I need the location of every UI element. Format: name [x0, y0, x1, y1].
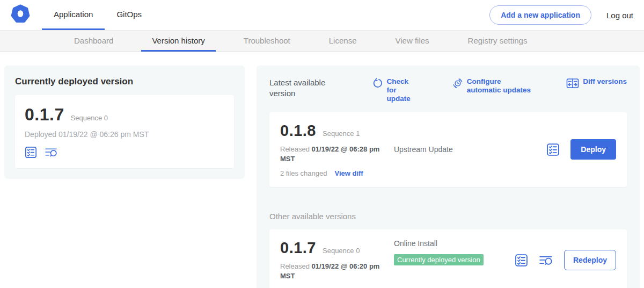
view-logs-icon[interactable]	[539, 254, 553, 267]
other-released-timestamp: Released 01/19/22 @ 06:20 pm MST	[280, 262, 385, 281]
released-label: Released	[280, 262, 310, 270]
latest-version-info: 0.1.8 Sequence 1 Released 01/19/22 @ 06:…	[280, 122, 394, 177]
deployed-timestamp: Deployed 01/19/22 @ 06:26 pm MST	[25, 130, 224, 139]
tab-troubleshoot[interactable]: Troubleshoot	[233, 31, 301, 52]
other-version-number: 0.1.7	[280, 239, 316, 257]
tab-registry-settings[interactable]: Registry settings	[457, 31, 538, 52]
logout-button[interactable]: Log out	[606, 11, 633, 20]
latest-version-card: 0.1.8 Sequence 1 Released 01/19/22 @ 06:…	[269, 112, 627, 187]
check-for-update-label: Check for update	[386, 77, 419, 104]
topnav-tabs: Application GitOps	[42, 0, 153, 30]
upstream-update-label: Upstream Update	[394, 145, 546, 154]
files-changed-count: 2 files changed	[280, 169, 327, 177]
currently-deployed-badge: Currently deployed version	[394, 254, 484, 265]
latest-version-number: 0.1.8	[280, 122, 316, 140]
latest-version-source: Upstream Update	[394, 145, 546, 154]
redeploy-button[interactable]: Redeploy	[564, 250, 616, 270]
currently-deployed-badge-wrap: Currently deployed version	[394, 253, 484, 267]
topnav-tab-gitops[interactable]: GitOps	[105, 0, 153, 30]
main-content: Currently deployed version 0.1.7 Sequenc…	[0, 52, 644, 288]
schedule-update-icon	[452, 77, 463, 91]
other-version-info: 0.1.7 Sequence 0 Released 01/19/22 @ 06:…	[280, 239, 394, 281]
app-logo[interactable]	[11, 0, 30, 30]
other-version-source: Online Install Currently deployed versio…	[394, 239, 515, 281]
view-diff-link[interactable]: View diff	[334, 169, 363, 177]
deployed-version-number: 0.1.7	[25, 105, 64, 125]
tab-dashboard[interactable]: Dashboard	[63, 31, 124, 52]
preflight-checks-icon[interactable]	[515, 254, 528, 267]
latest-sequence: Sequence 1	[323, 129, 360, 138]
preflight-checks-icon[interactable]	[25, 146, 37, 159]
tab-view-files[interactable]: View files	[384, 31, 440, 52]
configure-automatic-updates-label: Configure automatic updates	[467, 77, 533, 95]
refresh-icon	[372, 77, 383, 90]
topnav-right: Add a new application Log out	[489, 0, 633, 30]
view-logs-icon[interactable]	[45, 146, 58, 159]
latest-version-actions: Deploy	[546, 139, 616, 160]
online-install-label: Online Install	[394, 239, 515, 248]
heptagon-logo-icon	[11, 4, 30, 26]
available-header: Latest available version Check for updat…	[269, 77, 627, 104]
preflight-checks-icon[interactable]	[546, 143, 560, 156]
deployed-version-line: 0.1.7 Sequence 0	[25, 105, 224, 125]
configure-automatic-updates-button[interactable]: Configure automatic updates	[452, 77, 533, 95]
deploy-button[interactable]: Deploy	[570, 139, 616, 160]
other-sequence: Sequence 0	[323, 247, 360, 255]
currently-deployed-panel: Currently deployed version 0.1.7 Sequenc…	[4, 66, 245, 179]
diff-versions-label: Diff versions	[583, 77, 627, 86]
top-nav: Application GitOps Add a new application…	[0, 0, 644, 31]
files-changed-line: 2 files changed View diff	[280, 169, 394, 177]
latest-available-title: Latest available version	[269, 77, 339, 98]
diff-versions-button[interactable]: Diff versions	[566, 77, 627, 91]
tab-license[interactable]: License	[318, 31, 368, 52]
deployed-sequence: Sequence 0	[71, 114, 108, 122]
released-label: Released	[280, 145, 310, 153]
check-for-update-button[interactable]: Check for update	[372, 77, 419, 104]
other-available-versions-title: Other available versions	[269, 212, 627, 221]
deployed-version-card: 0.1.7 Sequence 0 Deployed 01/19/22 @ 06:…	[15, 95, 234, 168]
available-versions-panel: Latest available version Check for updat…	[257, 66, 640, 288]
other-version-card: 0.1.7 Sequence 0 Released 01/19/22 @ 06:…	[269, 229, 627, 288]
app-sub-nav: Dashboard Version history Troubleshoot L…	[0, 31, 644, 52]
latest-released-timestamp: Released 01/19/22 @ 06:28 pm MST	[280, 145, 385, 164]
other-version-actions: Redeploy	[515, 250, 616, 270]
diff-icon	[566, 77, 579, 91]
deployed-icon-row	[25, 146, 224, 159]
add-new-application-button[interactable]: Add a new application	[489, 5, 591, 25]
topnav-tab-application[interactable]: Application	[42, 0, 105, 30]
tab-version-history[interactable]: Version history	[141, 31, 215, 52]
currently-deployed-title: Currently deployed version	[15, 76, 234, 87]
